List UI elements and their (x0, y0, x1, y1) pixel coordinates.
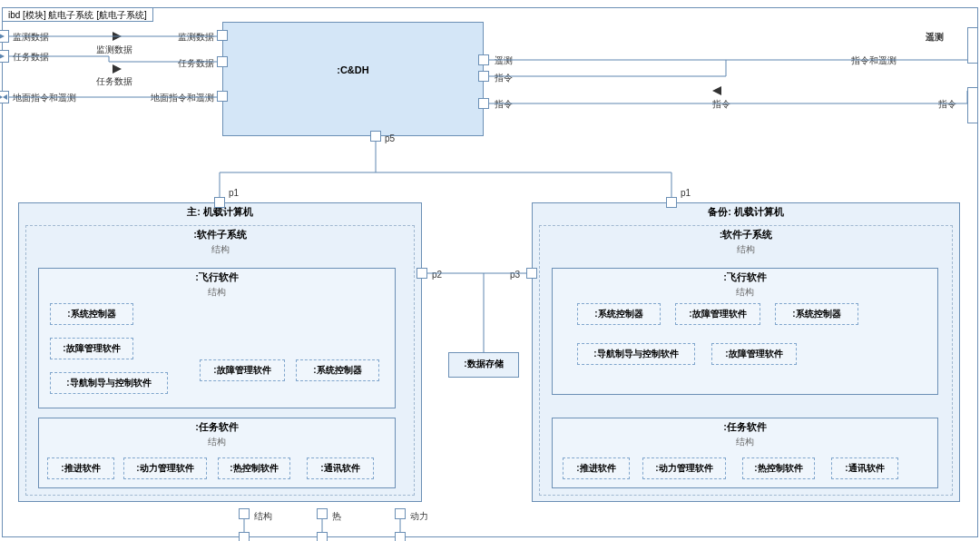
primary-p2-label: p2 (432, 270, 442, 280)
backup-flightsw-struct: 结构 (553, 286, 937, 299)
flow-tri-command (712, 86, 721, 95)
cdh-port-ground[interactable] (217, 91, 228, 102)
frame-bottom-port-heat[interactable] (317, 532, 328, 541)
boundary-port-monitor[interactable] (0, 30, 9, 43)
part-sysctrl-r[interactable]: :系统控制器 (296, 359, 379, 381)
boundary-port-telemetry-right[interactable] (967, 27, 978, 64)
cdh-rlabel-command-in: 指令 (495, 98, 513, 111)
bottom-label-struct: 结构 (254, 510, 272, 523)
backup-flight-sw[interactable]: :飞行软件 结构 (552, 268, 938, 395)
bottom-port-heat[interactable] (317, 508, 328, 519)
command-mid-label: 指令 (712, 98, 730, 111)
primary-p1-label: p1 (229, 188, 239, 198)
boundary-label-monitor: 监测数据 (13, 31, 49, 44)
backup-port-p1[interactable] (666, 197, 677, 208)
bottom-port-struct[interactable] (239, 508, 250, 519)
cdh-port-mission[interactable] (217, 56, 228, 67)
part-comm[interactable]: :通讯软件 (307, 457, 374, 479)
boundary-port-ground[interactable] (0, 91, 9, 103)
part-fault-r[interactable]: :故障管理软件 (200, 359, 285, 381)
boundary-port-command-right[interactable] (967, 87, 978, 123)
backup-missionsw-title: :任务软件 (553, 418, 937, 436)
primary-flightsw-struct: 结构 (39, 286, 395, 299)
backup-missionsw-struct: 结构 (553, 436, 937, 448)
frame-bottom-port-struct[interactable] (239, 532, 250, 541)
part-sys-ctrl-l[interactable]: :系统控制器 (50, 303, 133, 325)
cdh-rlabel-command-out: 指令 (495, 72, 513, 84)
boundary-label-mission: 任务数据 (13, 51, 49, 64)
flow-lbl-mission: 任务数据 (96, 75, 132, 88)
datastore-block[interactable]: :数据存储 (448, 352, 519, 378)
bottom-label-heat: 热 (332, 510, 341, 523)
cdh-port-telemetry[interactable] (478, 54, 489, 65)
primary-flightsw-title: :飞行软件 (39, 269, 395, 286)
backup-p3-label: p3 (510, 270, 520, 280)
bk-part-fault1[interactable]: :故障管理软件 (675, 303, 760, 325)
bk-part-fault2[interactable]: :故障管理软件 (711, 343, 797, 365)
backup-struct-label: 结构 (540, 243, 952, 256)
bk-part-comm[interactable]: :通讯软件 (831, 457, 898, 479)
cdh-rlabel-telemetry: 遥测 (495, 54, 513, 67)
bk-part-nav[interactable]: :导航制导与控制软件 (577, 343, 695, 365)
part-prop[interactable]: :推进软件 (47, 457, 114, 479)
part-power[interactable]: :动力管理软件 (123, 457, 207, 479)
primary-swsub-title: :软件子系统 (26, 226, 414, 243)
frame-bottom-port-power[interactable] (395, 532, 406, 541)
datastore-title: :数据存储 (449, 353, 518, 372)
primary-missionsw-title: :任务软件 (39, 418, 395, 436)
bottom-port-power[interactable] (395, 508, 406, 519)
backup-flightsw-port-p3[interactable] (526, 268, 537, 279)
bk-part-prop[interactable]: :推进软件 (563, 457, 630, 479)
flow-tri-mission (113, 64, 122, 74)
cdh-port-command-out[interactable] (478, 71, 489, 82)
backup-p1-label: p1 (681, 188, 691, 198)
bottom-label-power: 动力 (410, 510, 428, 523)
boundary-port-mission[interactable] (0, 50, 9, 63)
cdh-p5-label: p5 (385, 133, 395, 143)
backup-title: 备份: 机载计算机 (533, 203, 959, 221)
bk-part-thermal[interactable]: :热控制软件 (742, 457, 815, 479)
cdh-port-monitor[interactable] (217, 30, 228, 41)
primary-flightsw-port-p2[interactable] (416, 268, 427, 279)
telemetry-far-label: 遥测 (926, 31, 944, 44)
cdh-label-ground: 地面指令和遥测 (127, 92, 214, 104)
flow-tri-monitor (113, 32, 122, 41)
cdh-label-mission: 任务数据 (162, 57, 214, 70)
part-fault-l[interactable]: :故障管理软件 (50, 338, 133, 359)
part-nav-l[interactable]: :导航制导与控制软件 (50, 372, 168, 394)
cmd-telemetry-label: 指令和遥测 (851, 54, 897, 67)
primary-port-p1[interactable] (214, 197, 225, 208)
primary-struct-label: 结构 (26, 243, 414, 256)
diagram-canvas: ibd [模块] 航电子系统 [航电子系统] 监测数据 任务数据 地面指令和遥测… (0, 0, 980, 541)
bk-part-sysctrl1[interactable]: :系统控制器 (577, 303, 661, 325)
cdh-title: :C&DH (223, 63, 483, 77)
command-far-label: 指令 (938, 98, 956, 111)
frame-title: ibd [模块] 航电子系统 [航电子系统] (2, 7, 153, 22)
bk-part-sysctrl2[interactable]: :系统控制器 (775, 303, 858, 325)
cdh-block[interactable]: :C&DH (222, 22, 484, 136)
cdh-port-p5[interactable] (370, 131, 381, 142)
boundary-label-ground: 地面指令和遥测 (13, 92, 76, 104)
cdh-port-command-in[interactable] (478, 98, 489, 109)
backup-flightsw-title: :飞行软件 (553, 269, 937, 286)
flow-lbl-monitor: 监测数据 (96, 44, 132, 56)
part-thermal[interactable]: :热控制软件 (218, 457, 290, 479)
bk-part-power[interactable]: :动力管理软件 (642, 457, 726, 479)
primary-missionsw-struct: 结构 (39, 436, 395, 448)
cdh-label-monitor: 监测数据 (162, 31, 214, 44)
backup-swsub-title: :软件子系统 (540, 226, 952, 243)
